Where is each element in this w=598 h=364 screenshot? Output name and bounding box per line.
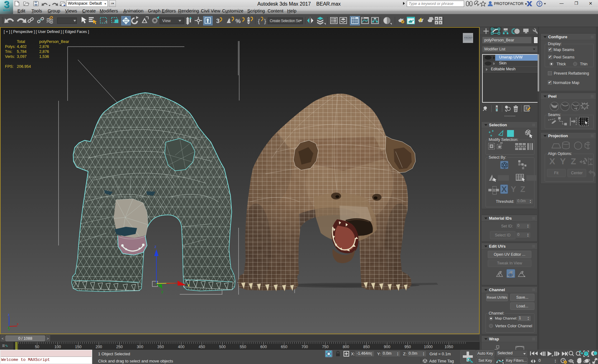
svg-text:x: x [17, 322, 19, 326]
svg-text:200: 200 [96, 345, 102, 349]
svg-text:3: 3 [216, 17, 220, 24]
svg-text:500: 500 [219, 345, 226, 349]
svg-text:100: 100 [55, 345, 61, 349]
svg-text:400: 400 [178, 345, 184, 349]
svg-text:{: { [258, 18, 260, 24]
svg-text:Create Selection Se: Create Selection Se [270, 19, 300, 23]
svg-text:800: 800 [343, 345, 349, 349]
svg-text:350: 350 [157, 345, 164, 349]
svg-text:y: y [161, 289, 163, 294]
svg-text:950: 950 [404, 345, 411, 349]
svg-text:750: 750 [322, 345, 329, 349]
svg-text:250: 250 [116, 345, 123, 349]
svg-text:550: 550 [240, 345, 246, 349]
svg-text:?: ? [538, 2, 541, 6]
svg-text:1050: 1050 [444, 345, 453, 349]
svg-text:50: 50 [35, 345, 39, 349]
svg-text:300: 300 [137, 345, 143, 349]
svg-text:z: z [154, 245, 156, 249]
svg-text:600: 600 [260, 345, 267, 349]
svg-text:y: y [8, 327, 10, 331]
svg-text:}: } [264, 18, 266, 24]
svg-text:150: 150 [75, 345, 82, 349]
svg-text:1000: 1000 [424, 345, 433, 349]
svg-text:z: z [8, 313, 10, 316]
svg-text:900: 900 [384, 345, 390, 349]
svg-text:View: View [162, 19, 171, 23]
svg-text:450: 450 [198, 345, 205, 349]
svg-text:650: 650 [281, 345, 287, 349]
svg-text:850: 850 [363, 345, 370, 349]
svg-text:x: x [188, 283, 190, 287]
svg-text:%: % [235, 18, 241, 24]
svg-text:700: 700 [301, 345, 308, 349]
